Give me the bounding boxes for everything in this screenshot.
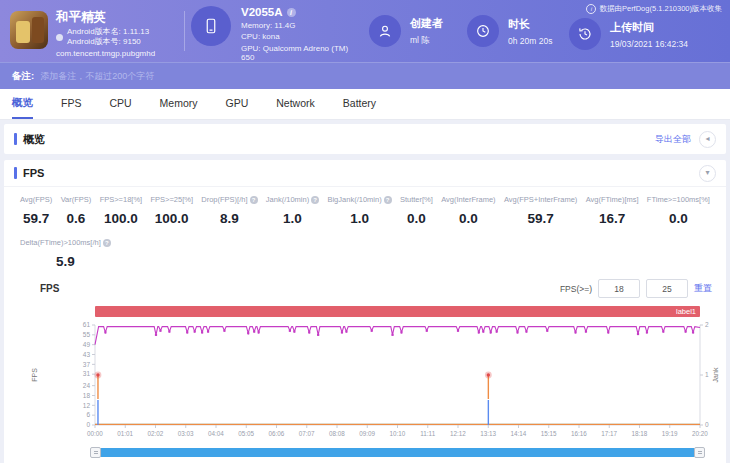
svg-text:07:07: 07:07: [299, 430, 315, 437]
svg-text:13:13: 13:13: [480, 430, 496, 437]
user-icon: [369, 15, 401, 47]
section-accent: [14, 133, 17, 145]
svg-text:0: 0: [86, 421, 90, 428]
app-version-code: Android版本号: 9150: [67, 37, 149, 47]
fps-chart[interactable]: 6155494337312418126021000:0001:0102:0203…: [4, 319, 726, 447]
svg-text:19:19: 19:19: [662, 430, 678, 437]
header-divider: [184, 11, 185, 51]
svg-text:16:16: 16:16: [571, 430, 587, 437]
upload-block: 上传时间 19/03/2021 16:42:34: [569, 18, 688, 50]
svg-text:24: 24: [83, 382, 91, 389]
clock-icon: [467, 15, 499, 47]
device-cpu: CPU: kona: [241, 32, 363, 41]
stat-r1-3: FPS>=25[%]100.0: [148, 195, 195, 226]
stat-r1-0: Avg(FPS)59.7: [18, 195, 54, 226]
remark-input-placeholder[interactable]: 添加备注，不超过200个字符: [40, 70, 154, 83]
fps-stats-row2: Delta(FTime)>100ms[/h]?5.9: [4, 226, 726, 269]
perfdog-version-note: i 数据由PerfDog(5.1.210300)版本收集: [586, 4, 722, 14]
svg-text:01:01: 01:01: [117, 430, 133, 437]
annotation-label: label1: [676, 307, 696, 316]
help-icon[interactable]: ?: [384, 196, 392, 204]
creator-block: 创建者 ml 陈: [369, 15, 467, 47]
fps-threshold-input-1[interactable]: [598, 279, 640, 298]
svg-text:12:12: 12:12: [450, 430, 466, 437]
tab-fps[interactable]: FPS: [61, 89, 81, 119]
upload-label: 上传时间: [610, 20, 688, 35]
help-icon[interactable]: ?: [311, 196, 319, 204]
svg-text:02:02: 02:02: [148, 430, 164, 437]
stat-r1-10: Avg(FTime)[ms]16.7: [584, 195, 641, 226]
stat-r1-1: Var(FPS)0.6: [59, 195, 94, 226]
report-header: 和平精英 Android版本名: 1.11.13 Android版本号: 915…: [0, 0, 730, 62]
svg-text:17:17: 17:17: [601, 430, 617, 437]
tab-cpu[interactable]: CPU: [109, 89, 131, 119]
reset-link[interactable]: 重置: [694, 282, 712, 295]
tab-battery[interactable]: Battery: [343, 89, 376, 119]
duration-block: 时长 0h 20m 20s: [467, 15, 569, 47]
android-icon: [56, 34, 63, 41]
stat-r1-9: Avg(FPS+InterFrame)59.7: [502, 195, 579, 226]
stat-r1-11: FTime>=100ms[%]0.0: [645, 195, 712, 226]
stat-r2-0: Delta(FTime)>100ms[/h]?5.9: [18, 238, 113, 269]
help-icon[interactable]: ?: [103, 239, 111, 247]
stat-r1-5: Jank(/10min)?1.0: [264, 195, 321, 226]
stat-r1-8: Avg(InterFrame)0.0: [439, 195, 497, 226]
svg-text:43: 43: [83, 351, 91, 358]
info-icon[interactable]: i: [287, 8, 296, 17]
app-version-name: Android版本名: 1.11.13: [67, 27, 149, 37]
chart-scrollbar[interactable]: [95, 448, 700, 457]
device-memory: Memory: 11.4G: [241, 21, 363, 30]
stat-r1-2: FPS>=18[%]100.0: [98, 195, 145, 226]
fps-stats-row: Avg(FPS)59.7Var(FPS)0.6FPS>=18[%]100.0FP…: [4, 187, 726, 226]
svg-text:18:18: 18:18: [632, 430, 648, 437]
app-summary: 和平精英 Android版本名: 1.11.13 Android版本号: 915…: [0, 3, 178, 60]
collapse-left-icon[interactable]: ◂: [699, 131, 716, 148]
creator-label: 创建者: [410, 16, 443, 31]
chart-annotation-bar: label1: [95, 306, 700, 317]
svg-text:49: 49: [83, 341, 91, 348]
tab-gpu[interactable]: GPU: [226, 89, 249, 119]
tab-memory[interactable]: Memory: [160, 89, 198, 119]
upload-value: 19/03/2021 16:42:34: [610, 39, 688, 49]
section-accent: [14, 167, 17, 179]
remark-bar[interactable]: 备注: 添加备注，不超过200个字符: [0, 62, 730, 89]
svg-text:12: 12: [83, 402, 91, 409]
stat-r1-4: Drop(FPS)[/h]?8.9: [199, 195, 259, 226]
device-model: V2055Ai: [241, 6, 363, 18]
tab-概览[interactable]: 概览: [12, 89, 33, 119]
svg-text:1: 1: [705, 371, 709, 378]
creator-value: ml 陈: [410, 35, 443, 47]
svg-text:2: 2: [705, 321, 709, 328]
svg-text:14:14: 14:14: [511, 430, 527, 437]
app-package: com.tencent.tmgp.pubgmhd: [56, 50, 155, 59]
svg-text:04:04: 04:04: [208, 430, 224, 437]
phone-icon: [191, 6, 231, 46]
app-icon: [10, 11, 48, 49]
svg-text:55: 55: [83, 331, 91, 338]
page-body: 概览 导出全部 ◂ FPS ▾ Avg(FPS)59.7Var(FPS)0.6F…: [0, 120, 730, 463]
help-icon[interactable]: ?: [250, 196, 258, 204]
svg-text:15:15: 15:15: [541, 430, 557, 437]
svg-text:31: 31: [83, 370, 91, 377]
duration-value: 0h 20m 20s: [508, 36, 552, 46]
duration-label: 时长: [508, 17, 552, 32]
chart-controls: FPS FPS(>=) 重置: [4, 269, 726, 298]
svg-text:05:05: 05:05: [238, 430, 254, 437]
fps-threshold-input-2[interactable]: [646, 279, 688, 298]
section-tabs: 概览FPSCPUMemoryGPUNetworkBattery: [0, 89, 730, 120]
svg-text:20:20: 20:20: [692, 430, 708, 437]
scrollbar-left-handle[interactable]: [90, 447, 101, 458]
svg-text:11:11: 11:11: [420, 430, 435, 437]
tab-network[interactable]: Network: [276, 89, 315, 119]
chevron-down-icon[interactable]: ▾: [699, 165, 716, 182]
export-all-link[interactable]: 导出全部: [655, 133, 691, 146]
svg-text:0: 0: [705, 421, 709, 428]
fps-threshold-label: FPS(>=): [560, 284, 592, 294]
stat-r1-6: BigJank(/10min)?1.0: [325, 195, 393, 226]
fps-section-title: FPS: [23, 167, 44, 179]
stat-r1-7: Stutter[%]0.0: [398, 195, 435, 226]
device-gpu: GPU: Qualcomm Adreno (TM) 650: [241, 44, 363, 62]
info-icon: i: [586, 4, 596, 14]
svg-text:00:00: 00:00: [87, 430, 103, 437]
scrollbar-right-handle[interactable]: [694, 447, 705, 458]
